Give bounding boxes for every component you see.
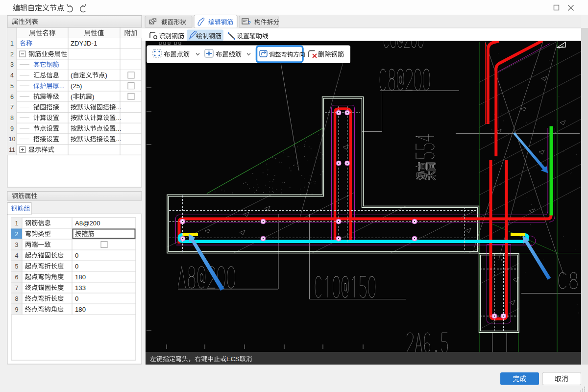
- svg-text:11: 11: [9, 147, 15, 153]
- svg-text:0: 0: [75, 295, 78, 302]
- svg-text:180: 180: [75, 306, 86, 313]
- svg-text:5: 5: [10, 83, 14, 90]
- svg-text:7: 7: [15, 285, 19, 292]
- svg-text:2: 2: [10, 51, 14, 58]
- svg-text:8: 8: [10, 115, 14, 122]
- svg-text:0: 0: [75, 263, 78, 270]
- svg-text:(25): (25): [71, 82, 82, 90]
- svg-text:4: 4: [10, 72, 14, 79]
- svg-text:7: 7: [10, 104, 14, 111]
- svg-text:1: 1: [10, 40, 14, 47]
- svg-text:): ): [105, 72, 107, 79]
- svg-text:...: ...: [116, 135, 121, 143]
- svg-text:3: 3: [10, 61, 14, 68]
- svg-text:9: 9: [15, 306, 19, 313]
- svg-text:...: ...: [116, 114, 121, 122]
- svg-text:(: (: [71, 93, 73, 100]
- svg-text:?: ?: [248, 20, 251, 26]
- svg-text:...: ...: [116, 103, 121, 111]
- svg-text:ZDYJD-1: ZDYJD-1: [71, 40, 97, 47]
- svg-text:ECS: ECS: [226, 355, 240, 363]
- svg-text:...: ...: [116, 125, 121, 132]
- svg-text:180: 180: [75, 273, 86, 281]
- svg-text:133: 133: [75, 284, 86, 292]
- svg-text:8: 8: [15, 295, 19, 302]
- svg-text:(: (: [71, 72, 73, 79]
- svg-text:9: 9: [10, 125, 14, 132]
- svg-text:1: 1: [15, 220, 19, 227]
- svg-text:5: 5: [15, 263, 19, 270]
- svg-text:A8@200: A8@200: [75, 220, 100, 227]
- svg-text:0: 0: [75, 252, 78, 259]
- svg-text:6: 6: [15, 274, 19, 281]
- svg-text:...: ...: [59, 82, 65, 90]
- svg-text:): ): [92, 93, 94, 100]
- svg-text:6: 6: [10, 94, 14, 100]
- svg-text:2: 2: [15, 231, 19, 238]
- svg-text:3: 3: [15, 242, 19, 248]
- svg-text:10: 10: [9, 136, 16, 143]
- svg-text:4: 4: [15, 252, 19, 259]
